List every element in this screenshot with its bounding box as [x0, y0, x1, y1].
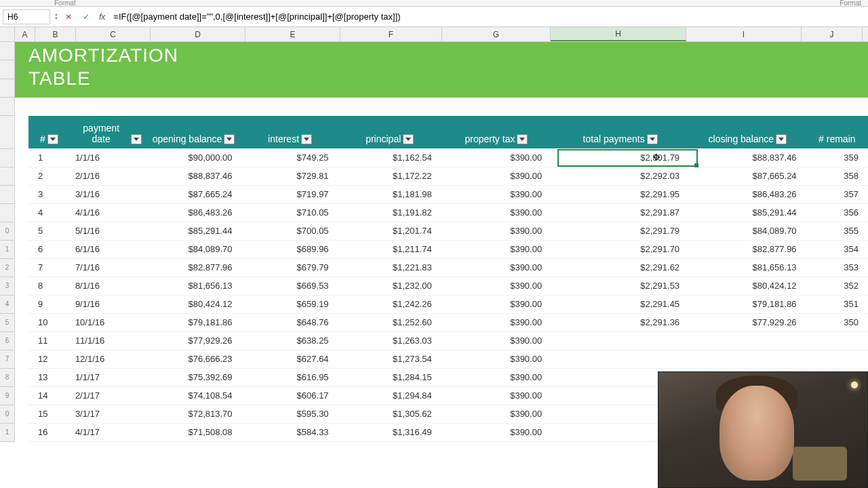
cell-num[interactable]: 6	[28, 240, 70, 258]
cell-num[interactable]: 1	[28, 148, 70, 167]
column-header-I[interactable]: I	[686, 27, 802, 41]
cell-interest[interactable]: $729.81	[242, 167, 338, 185]
cell-total[interactable]: $2,301.79	[551, 148, 689, 167]
cell-total[interactable]	[551, 331, 689, 350]
cell-num[interactable]: 8	[28, 277, 70, 295]
cell-num[interactable]: 9	[28, 295, 70, 313]
cell-tax[interactable]: $390.00	[441, 148, 551, 167]
cell-date[interactable]: 2/1/16	[70, 167, 146, 185]
cell-opening[interactable]: $86,483.26	[145, 203, 241, 222]
cell-principal[interactable]: $1,263.03	[338, 331, 441, 350]
select-all-corner[interactable]	[0, 27, 15, 41]
cell-opening[interactable]: $81,656.13	[145, 277, 241, 295]
cell-opening[interactable]: $76,666.23	[145, 350, 241, 368]
cell-tax[interactable]: $390.00	[441, 350, 551, 368]
cell-interest[interactable]: $700.05	[242, 222, 338, 240]
cell-date[interactable]: 1/1/16	[70, 148, 146, 167]
filter-icon[interactable]	[131, 134, 142, 144]
cell-opening[interactable]: $82,877.96	[145, 258, 241, 277]
cell-remaining[interactable]	[806, 350, 868, 368]
cell-date[interactable]: 9/1/16	[70, 295, 146, 313]
cell-date[interactable]: 3/1/16	[70, 185, 146, 203]
cell-opening[interactable]: $90,000.00	[145, 148, 241, 167]
cell-opening[interactable]: $77,929.26	[145, 331, 241, 350]
confirm-formula-button[interactable]: ✓	[79, 9, 94, 24]
cell-principal[interactable]: $1,172.22	[338, 167, 441, 185]
cell-opening[interactable]: $75,392.69	[145, 368, 241, 386]
cell-total[interactable]: $2,291.62	[551, 258, 689, 277]
cell-opening[interactable]: $80,424.12	[145, 295, 241, 313]
cell-closing[interactable]: $87,665.24	[689, 167, 806, 185]
row-header[interactable]: 9	[0, 387, 14, 405]
row-header[interactable]: 7	[0, 350, 14, 369]
cell-date[interactable]: 5/1/16	[70, 222, 146, 240]
row-header[interactable]: 3	[0, 277, 14, 296]
cell-num[interactable]: 7	[28, 258, 70, 277]
cell-closing[interactable]: $88,837.46	[689, 148, 806, 167]
cell-tax[interactable]: $390.00	[441, 222, 551, 240]
cell-tax[interactable]: $390.00	[441, 277, 551, 295]
cell-remaining[interactable]: 350	[806, 313, 868, 331]
cell-total[interactable]: $2,291.79	[551, 222, 689, 240]
cell-total[interactable]: $2,291.95	[551, 185, 689, 203]
table-row[interactable]: 5 5/1/16 $85,291.44 $700.05 $1,201.74 $3…	[28, 222, 868, 240]
cell-interest[interactable]: $648.76	[242, 313, 338, 331]
cell-num[interactable]: 16	[28, 423, 70, 441]
cell-remaining[interactable]	[806, 331, 868, 350]
cell-num[interactable]: 2	[28, 167, 70, 185]
filter-icon[interactable]	[47, 134, 58, 144]
cell-total[interactable]: $2,291.45	[551, 295, 689, 313]
col-header-property-tax[interactable]: property tax	[441, 116, 551, 148]
cell-date[interactable]: 3/1/17	[70, 405, 146, 423]
cell-closing[interactable]: $80,424.12	[689, 277, 806, 295]
table-row[interactable]: 11 11/1/16 $77,929.26 $638.25 $1,263.03 …	[28, 331, 868, 350]
cell-date[interactable]: 10/1/16	[70, 313, 146, 331]
col-header-total-payments[interactable]: total payments	[551, 116, 689, 148]
cell-remaining[interactable]: 351	[806, 295, 868, 313]
cell-principal[interactable]: $1,273.54	[338, 350, 441, 368]
cell-principal[interactable]: $1,284.15	[338, 368, 441, 386]
cell-tax[interactable]: $390.00	[441, 313, 551, 331]
cell-closing[interactable]: $79,181.86	[689, 295, 806, 313]
cell-principal[interactable]: $1,252.60	[338, 313, 441, 331]
cell-interest[interactable]: $616.95	[242, 368, 338, 386]
row-header[interactable]: 1	[0, 424, 14, 442]
cell-opening[interactable]: $72,813.70	[145, 405, 241, 423]
row-header[interactable]: 0	[0, 222, 14, 241]
cell-closing[interactable]: $82,877.96	[689, 240, 806, 258]
filter-icon[interactable]	[647, 134, 658, 144]
name-box-stepper[interactable]: ▲▼	[54, 13, 58, 20]
table-row[interactable]: 7 7/1/16 $82,877.96 $679.79 $1,221.83 $3…	[28, 258, 868, 277]
cell-interest[interactable]: $679.79	[242, 258, 338, 277]
cell-num[interactable]: 4	[28, 203, 70, 222]
filter-icon[interactable]	[403, 134, 414, 144]
cell-opening[interactable]: $74,108.54	[145, 386, 241, 405]
cell-remaining[interactable]: 353	[806, 258, 868, 277]
row-header[interactable]: 4	[0, 296, 14, 314]
cell-opening[interactable]: $87,665.24	[145, 185, 241, 203]
cell-principal[interactable]: $1,201.74	[338, 222, 441, 240]
col-header-num[interactable]: #	[28, 116, 70, 148]
cell-tax[interactable]: $390.00	[441, 185, 551, 203]
cell-num[interactable]: 14	[28, 386, 70, 405]
table-row[interactable]: 2 2/1/16 $88,837.46 $729.81 $1,172.22 $3…	[28, 167, 868, 185]
cell-tax[interactable]: $390.00	[441, 423, 551, 441]
row-header[interactable]	[0, 116, 14, 149]
cell-principal[interactable]: $1,221.83	[338, 258, 441, 277]
col-header-closing-balance[interactable]: closing balance	[689, 116, 806, 148]
row-header[interactable]	[0, 60, 14, 79]
row-header[interactable]	[0, 79, 14, 98]
column-header-F[interactable]: F	[340, 27, 442, 41]
cell-total[interactable]	[551, 350, 689, 368]
cell-num[interactable]: 3	[28, 185, 70, 203]
cell-date[interactable]: 8/1/16	[70, 277, 146, 295]
table-row[interactable]: 4 4/1/16 $86,483.26 $710.05 $1,191.82 $3…	[28, 203, 868, 222]
cell-opening[interactable]: $71,508.08	[145, 423, 241, 441]
cancel-formula-button[interactable]: ✕	[61, 9, 76, 24]
cell-principal[interactable]: $1,191.82	[338, 203, 441, 222]
table-row[interactable]: 3 3/1/16 $87,665.24 $719.97 $1,181.98 $3…	[28, 185, 868, 203]
cell-closing[interactable]: $77,929.26	[689, 313, 806, 331]
table-row[interactable]: 6 6/1/16 $84,089.70 $689.96 $1,211.74 $3…	[28, 240, 868, 258]
row-header[interactable]: 5	[0, 314, 14, 332]
filter-icon[interactable]	[301, 134, 312, 144]
